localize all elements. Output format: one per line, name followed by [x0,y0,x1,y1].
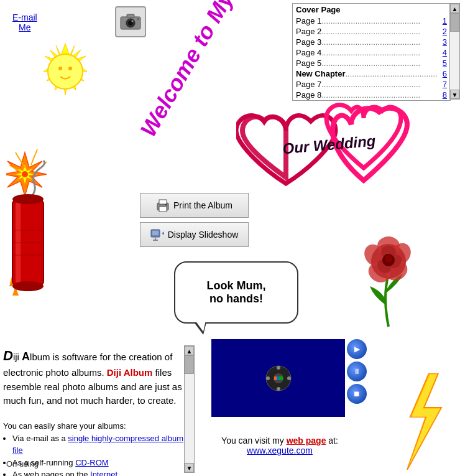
svg-marker-56 [407,373,441,470]
nav-panel: Cover Page Page 1 ......................… [292,3,451,101]
share-item-3: As web pages on the Internet [12,469,186,476]
nav-scrollbar-thumb[interactable] [450,13,459,32]
svg-rect-29 [159,200,167,204]
svg-rect-55 [279,376,283,380]
left-panel: Diji Album is software for the creation … [3,345,186,476]
svg-point-13 [22,171,28,177]
svg-rect-4 [127,14,134,17]
print-icon [156,198,170,212]
svg-point-51 [266,376,270,380]
svg-rect-5 [137,18,139,20]
svg-point-7 [48,54,83,89]
wedding-section: Our Wedding [236,100,448,205]
svg-rect-33 [152,231,159,235]
internet-link[interactable]: Internet [90,470,117,476]
svg-rect-30 [165,204,167,205]
svg-line-15 [31,149,37,165]
slideshow-btn-label: Display Slideshow [168,230,239,240]
video-pause-button[interactable]: ⏸ [347,362,367,381]
slideshow-icon [150,228,164,241]
bottom-text: On using [6,459,39,469]
url-link[interactable]: www.xegute.com [247,446,313,455]
svg-point-22 [12,194,44,204]
svg-point-52 [287,376,291,380]
nav-item[interactable]: Page 3 .................................… [293,37,450,47]
nav-scroll-up[interactable]: ▲ [450,4,459,13]
svg-point-3 [132,21,134,22]
diji-iji: iji [13,352,22,362]
nav-item[interactable]: Page 4 .................................… [293,47,450,58]
svg-rect-34 [155,238,156,240]
webpage-section: You can visit my web page at: www.xegute… [211,436,348,455]
diji-d-letter: D [3,348,13,363]
nav-item[interactable]: Page 1 .................................… [293,16,450,26]
svg-point-46 [385,255,392,263]
print-album-button[interactable]: Print the Album [140,193,249,218]
nav-scroll-down[interactable]: ▼ [450,90,459,99]
video-controls: ▶ ⏸ ⏹ [347,339,367,404]
cdrom-link[interactable]: CD-ROM [75,458,108,467]
email-link[interactable]: E-mail Me [12,12,37,32]
camera-icon [115,6,146,37]
video-stop-button[interactable]: ⏹ [347,384,367,404]
left-scrollbar-thumb[interactable] [185,355,194,374]
album-rest: lbum [30,352,50,362]
video-player[interactable] [211,339,345,417]
left-scroll-up[interactable]: ▲ [185,346,194,355]
nav-item[interactable]: Page 7 .................................… [293,79,450,90]
svg-marker-32 [162,231,164,235]
sun-decoration [25,40,106,118]
album-a-letter: A [22,350,30,363]
firecracker [6,137,81,326]
svg-rect-28 [159,207,167,212]
svg-rect-35 [153,240,158,241]
lightning-decoration [392,373,454,472]
svg-text:Our Wedding: Our Wedding [282,132,376,157]
display-slideshow-button[interactable]: Display Slideshow [140,222,249,247]
svg-point-23 [12,281,44,291]
rose-decoration [348,224,429,332]
diji-album-highlight: Diji Album [107,367,153,378]
svg-point-8 [58,67,62,70]
left-panel-scrollbar: ▲ ▼ [184,345,195,473]
webpage-link[interactable]: web page [287,436,326,446]
share-intro: You can easily share your albums: [3,420,186,432]
email-share-link[interactable]: single highly-compressed album file [12,434,183,455]
svg-point-50 [277,387,280,391]
svg-point-9 [68,67,72,70]
svg-point-49 [277,366,280,370]
left-scroll-down[interactable]: ▼ [185,463,194,472]
speech-bubble: Look Mum, no hands! [174,261,298,324]
nav-items: Page 1 .................................… [293,16,450,100]
nav-item[interactable]: New Chapter ............................… [293,68,450,79]
nav-item[interactable]: Page 5 .................................… [293,58,450,68]
nav-title: Cover Page [293,4,450,16]
print-btn-label: Print the Album [173,200,232,210]
nav-scrollbar: ▲ ▼ [449,3,460,100]
nav-item[interactable]: Page 8 .................................… [293,90,450,100]
nav-item[interactable]: Page 2 .................................… [293,26,450,37]
film-reel-icon [263,363,294,394]
share-item-1: Via e-mail as a single highly-compressed… [12,432,186,457]
video-play-button[interactable]: ▶ [347,339,367,359]
